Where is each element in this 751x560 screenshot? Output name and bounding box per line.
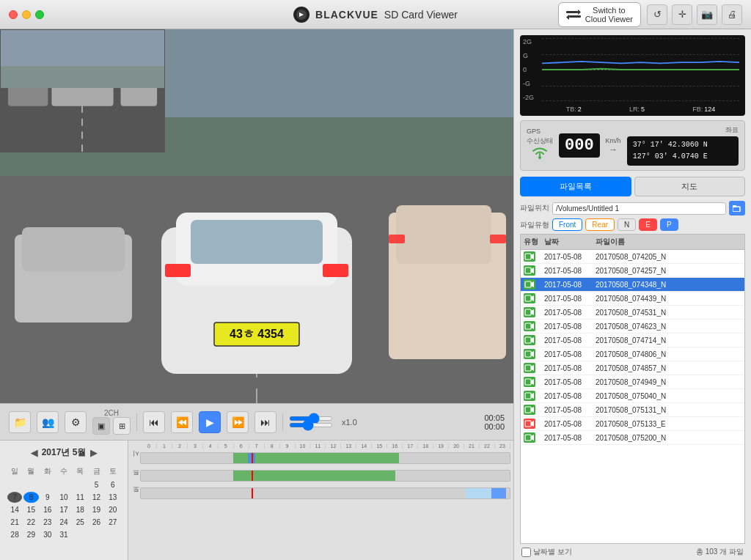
cloud-switch-button[interactable]: Switch toCloud Viewer <box>558 2 641 27</box>
cal-day[interactable]: 29 <box>23 529 38 540</box>
speed-unit: Km/h → <box>606 137 621 155</box>
file-item[interactable]: 2017-05-0820170508_074531_N <box>521 306 744 320</box>
file-item[interactable]: 2017-05-0820170508_074806_N <box>521 347 744 361</box>
file-item[interactable]: 2017-05-0820170508_075131_N <box>521 403 744 417</box>
cal-day[interactable]: 26 <box>89 517 103 528</box>
bottom-panel: ◀ 2017년 5월 ▶ 일월화수목금토 5678910111213141516… <box>0 440 513 560</box>
volume-slider-2[interactable] <box>289 423 333 427</box>
cal-day[interactable]: 11 <box>73 492 87 503</box>
gps-button[interactable]: ✛ <box>672 4 692 25</box>
step-forward-button[interactable]: ⏩ <box>227 411 249 433</box>
file-item[interactable]: 2017-05-0820170508_075200_N <box>521 431 744 445</box>
cal-weekday: 금 <box>89 465 103 478</box>
file-open-button[interactable]: 📁 <box>9 411 31 433</box>
side-by-side-button[interactable]: ⊞ <box>113 417 131 435</box>
title-bar: BLACKVUE SD Card Viewer Switch toCloud V… <box>0 0 751 29</box>
play-button[interactable]: ▶ <box>199 411 221 433</box>
separator-2 <box>282 413 283 431</box>
tab-file-list[interactable]: 파일목록 <box>520 177 631 196</box>
cal-day[interactable]: 6 <box>106 479 120 490</box>
timeline-hour-label: 5 <box>219 443 234 449</box>
maximize-button[interactable] <box>35 10 44 19</box>
timeline-bar-2[interactable] <box>140 470 510 482</box>
file-item[interactable]: 2017-05-0820170508_074714_N <box>521 334 744 347</box>
gsensor-tb-label: TB: <box>566 106 576 113</box>
print-button[interactable]: 🖨 <box>722 4 742 25</box>
cal-day[interactable]: 12 <box>89 492 103 503</box>
cal-day[interactable]: 7 <box>7 492 22 503</box>
cal-day <box>7 479 22 490</box>
timeline-bar-3[interactable] <box>140 487 510 499</box>
cal-day[interactable]: 17 <box>56 504 71 515</box>
col-name-header: 파일이름 <box>596 237 741 247</box>
main-layout: 43ㅎ 4354 <box>0 29 751 560</box>
step-back-button[interactable]: ⏪ <box>171 411 193 433</box>
timeline-hour-label: 6 <box>234 443 249 449</box>
minimize-button[interactable] <box>22 10 31 19</box>
cal-day[interactable]: 5 <box>89 479 103 490</box>
cal-day[interactable]: 14 <box>7 504 22 515</box>
settings-button[interactable]: ⚙ <box>65 411 87 433</box>
timeline-cursor <box>252 488 253 498</box>
tab-buttons: 파일목록 지도 <box>520 177 745 196</box>
filter-rear-button[interactable]: Rear <box>585 218 615 231</box>
cal-day[interactable]: 23 <box>40 517 55 528</box>
cal-day[interactable]: 9 <box>40 492 55 503</box>
file-type-icon <box>524 251 535 262</box>
cal-next-button[interactable]: ▶ <box>90 448 97 458</box>
file-list[interactable]: 2017-05-0820170508_074205_N2017-05-08201… <box>520 250 745 544</box>
cal-day[interactable]: 18 <box>73 504 87 515</box>
cal-day[interactable]: 22 <box>23 517 38 528</box>
share-button[interactable]: 👥 <box>37 411 59 433</box>
camera-button[interactable]: 📷 <box>697 4 717 25</box>
file-item[interactable]: 2017-05-0820170508_074348_N <box>521 278 744 292</box>
filter-p-button[interactable]: P <box>660 218 678 231</box>
cal-day[interactable]: 8 <box>23 492 38 503</box>
file-item[interactable]: 2017-05-0820170508_074257_N <box>521 264 744 278</box>
cal-day[interactable]: 20 <box>106 504 120 515</box>
file-type-icon <box>524 321 535 331</box>
close-button[interactable] <box>9 10 18 19</box>
cal-day[interactable]: 15 <box>23 504 38 515</box>
cal-prev-button[interactable]: ◀ <box>31 448 37 458</box>
file-item[interactable]: 2017-05-0820170508_075040_N <box>521 389 744 403</box>
cal-day[interactable]: 16 <box>40 504 55 515</box>
filter-n-button[interactable]: N <box>618 218 636 231</box>
coord-lat: 37° 17' 42.3060 N <box>633 139 733 151</box>
timeline-bar-1[interactable] <box>140 452 510 464</box>
file-item[interactable]: 2017-05-0820170508_074439_N <box>521 292 744 306</box>
cal-day[interactable]: 21 <box>7 517 22 528</box>
cal-day[interactable]: 19 <box>89 504 103 515</box>
single-view-button[interactable]: ▣ <box>92 417 110 435</box>
file-item[interactable]: 2017-05-0820170508_074857_N <box>521 361 744 375</box>
timeline-hour-label: 1 <box>157 443 172 449</box>
filter-front-button[interactable]: Front <box>552 218 582 231</box>
cal-day[interactable]: 30 <box>40 529 55 540</box>
cal-day[interactable]: 28 <box>7 529 22 540</box>
cal-day[interactable]: 31 <box>56 529 71 540</box>
cal-day[interactable]: 24 <box>56 517 71 528</box>
cal-day[interactable]: 10 <box>56 492 71 503</box>
date-checkbox-input[interactable] <box>521 548 531 557</box>
file-item[interactable]: 2017-05-0820170508_074949_N <box>521 375 744 389</box>
cal-day[interactable]: 13 <box>106 492 120 503</box>
skip-back-button[interactable]: ⏮ <box>143 411 165 433</box>
refresh-button[interactable]: ↺ <box>647 4 667 25</box>
cal-day[interactable]: 27 <box>106 517 120 528</box>
file-date: 2017-05-08 <box>544 267 596 275</box>
timeline-hour-label: 23 <box>495 443 510 449</box>
col-type-header: 유형 <box>524 237 544 247</box>
file-path-browse-button[interactable] <box>729 201 745 215</box>
file-item[interactable]: !2017-05-0820170508_075133_E <box>521 417 744 431</box>
skip-forward-button[interactable]: ⏭ <box>254 411 276 433</box>
file-path-input[interactable] <box>552 202 726 215</box>
filter-e-button[interactable]: E <box>639 218 657 231</box>
timeline-hour-label: 15 <box>372 443 387 449</box>
file-item[interactable]: 2017-05-0820170508_074623_N <box>521 320 744 334</box>
tab-map[interactable]: 지도 <box>634 177 746 196</box>
thumbnail-video[interactable] <box>0 29 165 152</box>
timeline-hour-label: 10 <box>296 443 311 449</box>
file-item[interactable]: 2017-05-0820170508_074205_N <box>521 250 744 264</box>
cal-day <box>73 529 87 540</box>
cal-day[interactable]: 25 <box>73 517 87 528</box>
